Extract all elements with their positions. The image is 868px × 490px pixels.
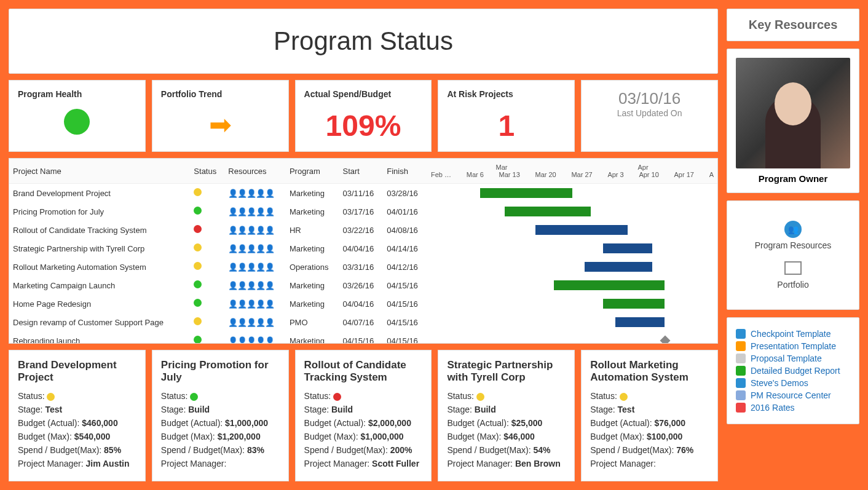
file-icon	[736, 329, 746, 339]
link-label: Detailed Budget Report	[751, 366, 840, 376]
project-table-panel: Project NameStatusResourcesProgramStartF…	[9, 158, 718, 344]
kpi-label: Portfolio Trend	[161, 89, 280, 99]
status-dot-icon	[620, 393, 628, 401]
status-dot-icon	[194, 243, 202, 251]
project-card[interactable]: Strategic Partnership with Tyrell CorpSt…	[438, 350, 575, 481]
project-card[interactable]: Rollout of Candidate Tracking SystemStat…	[295, 350, 432, 481]
resources-icon: 👤👤👤👤👤	[228, 281, 274, 290]
col-status[interactable]: Status	[190, 159, 224, 184]
kpi-value: 109%	[304, 109, 423, 143]
table-row[interactable]: Design revamp of Customer Support Page👤👤…	[9, 313, 717, 331]
status-dot-icon	[194, 336, 202, 344]
status-dot-icon	[194, 207, 202, 215]
col-name[interactable]: Project Name	[9, 159, 190, 184]
gantt-bar[interactable]	[535, 225, 628, 235]
table-row[interactable]: Strategic Partnership with Tyrell Corp👤👤…	[9, 239, 717, 258]
resources-icon: 👤👤👤👤👤	[228, 189, 274, 198]
file-icon	[736, 390, 746, 400]
people-icon: 👥	[784, 221, 802, 238]
link-label: Presentation Template	[751, 341, 836, 351]
table-row[interactable]: Rollout Marketing Automation System👤👤👤👤👤…	[9, 258, 717, 276]
file-icon	[736, 366, 746, 376]
status-dot-icon	[476, 393, 484, 401]
resource-link[interactable]: Detailed Budget Report	[736, 366, 850, 376]
key-resources-header: Key Resources	[727, 9, 859, 41]
gantt-bar[interactable]	[554, 280, 665, 290]
gantt-bar[interactable]	[603, 243, 652, 253]
file-icon	[736, 378, 746, 388]
col-start[interactable]: Start	[339, 159, 384, 184]
program-resources-link[interactable]: 👥 Program Resources	[736, 221, 850, 250]
gantt-bar[interactable]	[603, 299, 665, 309]
kpi-health: Program Health	[9, 80, 146, 152]
resources-icon: 👤👤👤👤👤	[228, 207, 274, 216]
resources-icon: 👤👤👤👤👤	[228, 318, 274, 327]
status-dot-icon	[194, 225, 202, 233]
kpi-label: Actual Spend/Budget	[304, 89, 423, 99]
kpi-value: 1	[447, 109, 566, 143]
gantt-bar[interactable]	[505, 207, 591, 216]
file-icon	[736, 403, 746, 413]
col-program[interactable]: Program	[286, 159, 339, 184]
resource-link[interactable]: Steve's Demos	[736, 378, 850, 388]
kpi-risk: At Risk Projects 1	[438, 80, 575, 152]
link-label: PM Resource Center	[751, 390, 831, 400]
resources-icon: 👤👤👤👤👤	[228, 244, 274, 253]
timeline-header: MarAprFeb …Mar 6Mar 13Mar 20Mar 27Apr 3A…	[427, 159, 717, 184]
resource-icons-panel: 👥 Program Resources Portfolio	[727, 200, 859, 310]
table-row[interactable]: Brand Development Project👤👤👤👤👤Marketing0…	[9, 184, 717, 203]
gantt-bar[interactable]	[480, 188, 572, 198]
avatar	[736, 58, 850, 168]
card-title: Rollout of Candidate Tracking System	[304, 359, 423, 384]
project-cards: Brand Development ProjectStatus: Stage: …	[9, 350, 718, 481]
resources-icon: 👤👤👤👤👤	[228, 336, 274, 344]
portfolio-link[interactable]: Portfolio	[736, 261, 850, 290]
gantt-bar[interactable]	[615, 317, 665, 327]
side-title: Key Resources	[736, 18, 850, 32]
card-title: Pricing Promotion for July	[161, 359, 280, 384]
kpi-trend: Portfolio Trend ➡	[152, 80, 289, 152]
status-dot-icon	[190, 393, 198, 401]
kpi-date: 03/10/16	[590, 89, 709, 108]
link-label: Steve's Demos	[751, 378, 808, 388]
project-card[interactable]: Brand Development ProjectStatus: Stage: …	[9, 350, 146, 481]
status-dot-icon	[333, 393, 341, 401]
resource-link[interactable]: Presentation Template	[736, 341, 850, 351]
table-row[interactable]: Rebranding launch👤👤👤👤👤Marketing04/15/160…	[9, 331, 717, 344]
project-table[interactable]: Project NameStatusResourcesProgramStartF…	[9, 159, 717, 344]
page-title: Program Status	[9, 9, 718, 74]
col-resources[interactable]: Resources	[224, 159, 286, 184]
project-card[interactable]: Rollout Marketing Automation SystemStatu…	[581, 350, 718, 481]
links-panel: Checkpoint TemplatePresentation Template…	[727, 317, 859, 424]
kpi-label: Program Health	[18, 89, 136, 99]
link-label: Proposal Template	[751, 354, 822, 363]
card-title: Brand Development Project	[18, 359, 136, 384]
resource-link[interactable]: PM Resource Center	[736, 390, 850, 400]
table-row[interactable]: Marketing Campaign Launch👤👤👤👤👤Marketing0…	[9, 276, 717, 294]
kpi-sub: Last Updated On	[590, 108, 709, 118]
table-row[interactable]: Pricing Promotion for July👤👤👤👤👤Marketing…	[9, 202, 717, 221]
portfolio-icon	[784, 261, 802, 275]
status-dot-icon	[194, 188, 202, 196]
resource-link[interactable]: Checkpoint Template	[736, 329, 850, 339]
gantt-bar[interactable]	[585, 262, 652, 272]
kpi-spend: Actual Spend/Budget 109%	[295, 80, 432, 152]
status-dot-icon	[194, 262, 202, 270]
table-row[interactable]: Home Page Redesign👤👤👤👤👤Marketing04/04/16…	[9, 294, 717, 313]
resource-link[interactable]: 2016 Rates	[736, 403, 850, 413]
status-dot-icon	[194, 299, 202, 307]
health-dot-icon	[64, 109, 90, 135]
resources-icon: 👤👤👤👤👤	[228, 299, 274, 309]
resource-link[interactable]: Proposal Template	[736, 354, 850, 363]
resources-icon: 👤👤👤👤👤	[228, 226, 274, 235]
project-card[interactable]: Pricing Promotion for JulyStatus: Stage:…	[152, 350, 289, 481]
owner-panel: Program Owner	[727, 49, 859, 193]
link-label: 2016 Rates	[751, 403, 795, 413]
kpi-label: At Risk Projects	[447, 89, 566, 99]
table-row[interactable]: Rollout of Candidate Tracking System👤👤👤👤…	[9, 221, 717, 239]
col-finish[interactable]: Finish	[383, 159, 427, 184]
status-dot-icon	[194, 280, 202, 288]
status-dot-icon	[194, 317, 202, 325]
kpi-updated: 03/10/16 Last Updated On	[581, 80, 718, 152]
milestone-icon[interactable]	[660, 336, 671, 344]
